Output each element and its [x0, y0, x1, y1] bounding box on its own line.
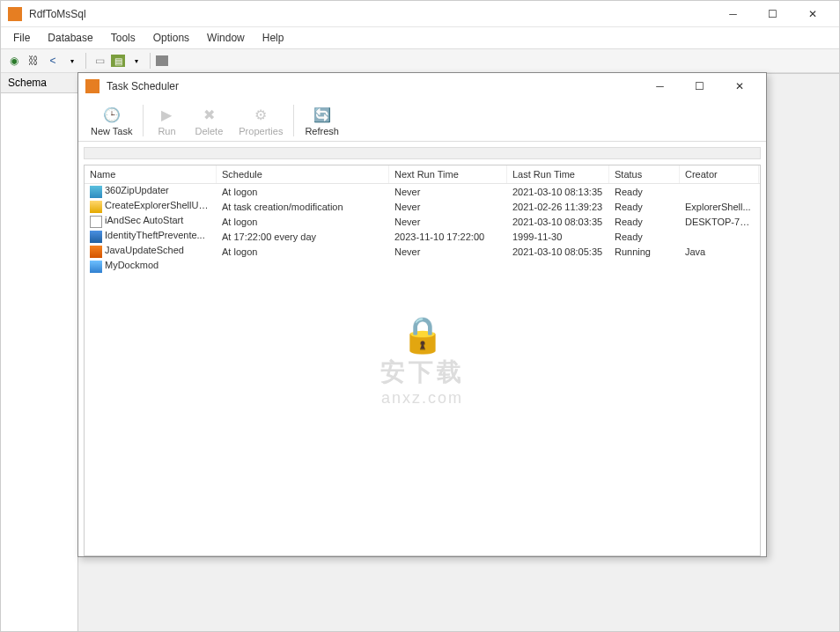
refresh-label: Refresh: [305, 126, 339, 136]
schema-tab[interactable]: Schema: [1, 73, 77, 93]
cell-creator: Java: [680, 246, 759, 258]
task-scheduler-dialog: Task Scheduler ─ ☐ ✕ 🕒 New Task ▶ Run ✖ …: [77, 72, 767, 557]
col-next[interactable]: Next Run Time: [389, 165, 507, 183]
cell-schedule: At logon: [217, 246, 389, 258]
spacer-bar: [84, 147, 761, 159]
col-schedule[interactable]: Schedule: [217, 165, 389, 183]
cell-last: 1999-11-30: [507, 231, 609, 243]
dialog-title: Task Scheduler: [107, 80, 640, 92]
cell-status: Ready: [609, 231, 680, 243]
col-status[interactable]: Status: [609, 165, 680, 183]
new-task-button[interactable]: 🕒 New Task: [84, 102, 139, 138]
cell-last: [507, 266, 609, 268]
cell-next: Never: [389, 186, 507, 198]
cell-creator: DESKTOP-7E...: [680, 216, 759, 228]
tool-icon-3[interactable]: ▭: [92, 53, 107, 69]
cell-name: iAndSec AutoStart: [85, 214, 217, 228]
task-icon: [90, 246, 102, 258]
properties-button: ⚙ Properties: [232, 102, 290, 138]
dialog-toolbar: 🕒 New Task ▶ Run ✖ Delete ⚙ Properties 🔄…: [78, 99, 766, 142]
clock-add-icon: 🕒: [101, 104, 122, 125]
dialog-close-button[interactable]: ✕: [719, 74, 759, 99]
cell-schedule: At task creation/modification: [217, 201, 389, 213]
task-icon: [90, 186, 102, 198]
sidebar: Schema: [1, 73, 78, 631]
col-last[interactable]: Last Run Time: [507, 165, 609, 183]
cell-name: CreateExplorerShellUn...: [85, 199, 217, 213]
cell-schedule: [217, 266, 389, 268]
cell-status: Running: [609, 246, 680, 258]
play-icon: ▶: [156, 104, 177, 125]
col-creator[interactable]: Creator: [680, 165, 759, 183]
cell-creator: [680, 266, 759, 268]
tool-icon-1[interactable]: ◉: [6, 53, 22, 69]
menu-file[interactable]: File: [4, 29, 39, 47]
cell-next: 2023-11-10 17:22:00: [389, 231, 507, 243]
delete-icon: ✖: [198, 104, 219, 125]
menubar: File Database Tools Options Window Help: [1, 27, 839, 48]
table-body: 360ZipUpdaterAt logonNever2021-03-10 08:…: [85, 184, 760, 274]
cell-creator: ExplorerShell...: [680, 201, 759, 213]
table-row[interactable]: MyDockmod: [85, 259, 760, 274]
dialog-maximize-button[interactable]: ☐: [680, 74, 719, 99]
menu-window[interactable]: Window: [198, 29, 254, 47]
cell-status: Ready: [609, 186, 680, 198]
separator: [293, 105, 294, 136]
app-icon: [8, 7, 22, 21]
cell-next: Never: [389, 201, 507, 213]
separator: [150, 53, 151, 69]
dialog-minimize-button[interactable]: ─: [640, 74, 680, 99]
properties-icon: ⚙: [250, 104, 271, 125]
new-task-label: New Task: [91, 126, 132, 136]
dropdown-icon-2[interactable]: ▾: [129, 53, 144, 69]
cell-next: Never: [389, 246, 507, 258]
table-row[interactable]: JavaUpdateSchedAt logonNever2021-03-10 0…: [85, 244, 760, 259]
main-titlebar: RdfToMsSql ─ ☐ ✕: [1, 1, 839, 27]
cell-schedule: At 17:22:00 every day: [217, 231, 389, 243]
maximize-button[interactable]: ☐: [753, 2, 792, 26]
cell-next: [389, 266, 507, 268]
cell-name: IdentityTheftPrevente...: [85, 229, 217, 243]
menu-help[interactable]: Help: [254, 29, 293, 47]
cell-last: 2021-03-10 08:05:35: [507, 246, 609, 258]
delete-button: ✖ Delete: [188, 102, 230, 138]
dropdown-icon[interactable]: ▾: [64, 53, 80, 69]
cell-name: JavaUpdateSched: [85, 244, 217, 258]
cell-name: 360ZipUpdater: [85, 184, 217, 198]
watermark-logo-icon: 🔒: [380, 314, 465, 356]
delete-label: Delete: [195, 126, 223, 136]
run-label: Run: [158, 126, 175, 136]
cell-status: Ready: [609, 216, 680, 228]
cell-last: 2021-03-10 08:03:35: [507, 216, 609, 228]
close-button[interactable]: ✕: [792, 2, 832, 26]
task-icon: [90, 231, 102, 243]
table-row[interactable]: 360ZipUpdaterAt logonNever2021-03-10 08:…: [85, 184, 760, 199]
table-row[interactable]: CreateExplorerShellUn...At task creation…: [85, 199, 760, 214]
cell-schedule: At logon: [217, 216, 389, 228]
table-row[interactable]: IdentityTheftPrevente...At 17:22:00 ever…: [85, 229, 760, 244]
dialog-titlebar: Task Scheduler ─ ☐ ✕: [78, 73, 766, 99]
task-table[interactable]: Name Schedule Next Run Time Last Run Tim…: [84, 165, 761, 556]
menu-options[interactable]: Options: [144, 29, 198, 47]
share-icon[interactable]: <: [45, 53, 61, 69]
dialog-icon: [85, 79, 99, 93]
watermark-text: 安下载: [380, 356, 465, 389]
menu-database[interactable]: Database: [39, 29, 101, 47]
refresh-icon: 🔄: [312, 104, 333, 125]
task-icon: [90, 201, 102, 213]
cell-schedule: At logon: [217, 186, 389, 198]
watermark: 🔒 安下载 anxz.com: [380, 314, 465, 408]
main-toolbar: ◉ ⛓ < ▾ ▭ ▤ ▾: [1, 48, 839, 73]
cell-next: Never: [389, 216, 507, 228]
tool-icon-4[interactable]: ▤: [111, 55, 125, 67]
minimize-button[interactable]: ─: [713, 2, 753, 26]
run-button: ▶ Run: [147, 102, 186, 138]
tool-icon-2[interactable]: ⛓: [26, 53, 41, 69]
tool-icon-5[interactable]: [156, 55, 168, 66]
menu-tools[interactable]: Tools: [102, 29, 144, 47]
col-name[interactable]: Name: [85, 165, 217, 183]
refresh-button[interactable]: 🔄 Refresh: [298, 102, 346, 138]
table-row[interactable]: iAndSec AutoStartAt logonNever2021-03-10…: [85, 214, 760, 229]
properties-label: Properties: [239, 126, 283, 136]
table-header: Name Schedule Next Run Time Last Run Tim…: [85, 165, 760, 184]
